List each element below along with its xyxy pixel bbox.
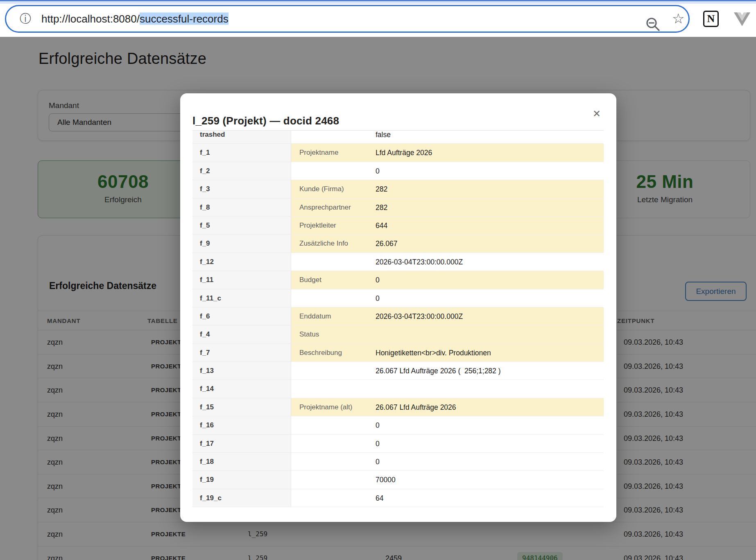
field-value: 0	[369, 162, 604, 180]
field-label: Projektleiter	[291, 217, 369, 235]
field-label	[291, 253, 369, 271]
field-value: 644	[369, 217, 604, 235]
field-row: f_11 Budget 0	[192, 271, 604, 289]
field-label: Enddatum	[291, 307, 369, 325]
field-key: f_8	[192, 199, 291, 217]
vue-devtools-icon[interactable]	[734, 12, 750, 28]
field-table[interactable]: trashed false f_1 Projektname Lfd Aufträ…	[192, 131, 604, 522]
field-label: Kunde (Firma)	[291, 180, 369, 198]
bookmark-star-icon[interactable]: ☆	[672, 11, 684, 25]
field-label	[291, 289, 369, 307]
field-label: Ansprechpartner	[291, 199, 369, 217]
field-value: Lfd Aufträge 2026	[369, 144, 604, 162]
page-info-icon[interactable]: ⓘ	[20, 13, 31, 25]
field-key: f_6	[192, 307, 291, 325]
field-row: f_17 0	[192, 435, 604, 453]
chrome-band	[0, 1, 756, 4]
field-key: trashed	[192, 131, 291, 144]
field-value	[369, 325, 604, 343]
field-row: f_5 Projektleiter 644	[192, 217, 604, 235]
url-selected-text: successful-records	[140, 13, 229, 25]
field-row: f_12 2026-03-04T23:00:00.000Z	[192, 253, 604, 271]
field-value: 0	[369, 271, 604, 289]
field-value: 2026-03-04T23:00:00.000Z	[369, 307, 604, 325]
url-text[interactable]: http://localhost:8080/successful-records	[41, 13, 229, 25]
field-value: 2026-03-04T23:00:00.000Z	[369, 253, 604, 271]
field-value: 0	[369, 416, 604, 434]
field-key: f_7	[192, 344, 291, 362]
field-label	[291, 380, 369, 398]
browser-chrome: ⓘ http://localhost:8080/successful-recor…	[0, 0, 756, 37]
field-key: f_15	[192, 398, 291, 416]
url-prefix: http://localhost:8080/	[41, 13, 140, 25]
field-value: 64	[369, 489, 604, 507]
field-key: f_4	[192, 325, 291, 343]
field-value: 282	[369, 199, 604, 217]
field-row: f_6 Enddatum 2026-03-04T23:00:00.000Z	[192, 307, 604, 325]
modal-title: l_259 (Projekt) — docid 2468	[192, 115, 339, 127]
field-value: 26.067 Lfd Aufträge 2026	[369, 398, 604, 416]
field-row: f_9 Zusätzliche Info 26.067	[192, 235, 604, 253]
field-key: f_11_c	[192, 289, 291, 307]
field-key: f_1	[192, 144, 291, 162]
field-row: f_8 Ansprechpartner 282	[192, 199, 604, 217]
field-key: f_14	[192, 380, 291, 398]
field-row: f_14	[192, 380, 604, 398]
field-row: trashed false	[192, 131, 604, 144]
field-value: 0	[369, 435, 604, 453]
field-label: Projektname	[291, 144, 369, 162]
field-label	[291, 435, 369, 453]
field-row: f_7 Beschreibung Honigetiketten<br>div. …	[192, 344, 604, 362]
field-key: f_3	[192, 180, 291, 198]
field-value: Honigetiketten<br>div. Produktionen	[369, 344, 604, 362]
field-key: f_13	[192, 362, 291, 380]
field-row: f_19 70000	[192, 471, 604, 489]
field-key: f_12	[192, 253, 291, 271]
field-value: 0	[369, 453, 604, 471]
field-label	[291, 416, 369, 434]
field-row: f_3 Kunde (Firma) 282	[192, 180, 604, 198]
field-key: f_19	[192, 471, 291, 489]
field-label: Status	[291, 325, 369, 343]
field-row: f_18 0	[192, 453, 604, 471]
field-label: Projektname (alt)	[291, 398, 369, 416]
screen: ⓘ http://localhost:8080/successful-recor…	[0, 0, 756, 560]
field-label	[291, 162, 369, 180]
field-row: f_2 0	[192, 162, 604, 180]
field-label	[291, 362, 369, 380]
field-key: f_2	[192, 162, 291, 180]
field-row: f_19_c 64	[192, 489, 604, 507]
field-label: Budget	[291, 271, 369, 289]
field-value: 26.067	[369, 235, 604, 253]
field-value	[369, 380, 604, 398]
record-detail-modal: l_259 (Projekt) — docid 2468 ✕ trashed f…	[180, 93, 616, 522]
field-label	[291, 489, 369, 507]
field-row: f_16 0	[192, 416, 604, 434]
field-label: Zusätzliche Info	[291, 235, 369, 253]
field-value: 0	[369, 289, 604, 307]
field-row: f_11_c 0	[192, 289, 604, 307]
field-row: f_15 Projektname (alt) 26.067 Lfd Aufträ…	[192, 398, 604, 416]
field-row: f_4 Status	[192, 325, 604, 343]
field-key: f_19_c	[192, 489, 291, 507]
field-key: f_9	[192, 235, 291, 253]
field-row: f_1 Projektname Lfd Aufträge 2026	[192, 144, 604, 162]
field-value: 70000	[369, 471, 604, 489]
field-label	[291, 453, 369, 471]
field-label	[291, 131, 369, 144]
field-key: f_18	[192, 453, 291, 471]
field-value: 26.067 Lfd Aufträge 2026 ( 256;1;282 )	[369, 362, 604, 380]
field-value: 282	[369, 180, 604, 198]
zoom-out-icon[interactable]	[643, 15, 663, 36]
url-bar[interactable]: ⓘ http://localhost:8080/successful-recor…	[5, 5, 690, 33]
field-row: f_13 26.067 Lfd Aufträge 2026 ( 256;1;28…	[192, 362, 604, 380]
notion-extension-icon[interactable]: N	[703, 11, 719, 27]
field-label	[291, 471, 369, 489]
field-key: f_11	[192, 271, 291, 289]
field-key: f_5	[192, 217, 291, 235]
close-icon[interactable]: ✕	[593, 109, 601, 119]
field-label: Beschreibung	[291, 344, 369, 362]
field-key: f_17	[192, 435, 291, 453]
field-value: false	[369, 131, 604, 144]
field-key: f_16	[192, 416, 291, 434]
